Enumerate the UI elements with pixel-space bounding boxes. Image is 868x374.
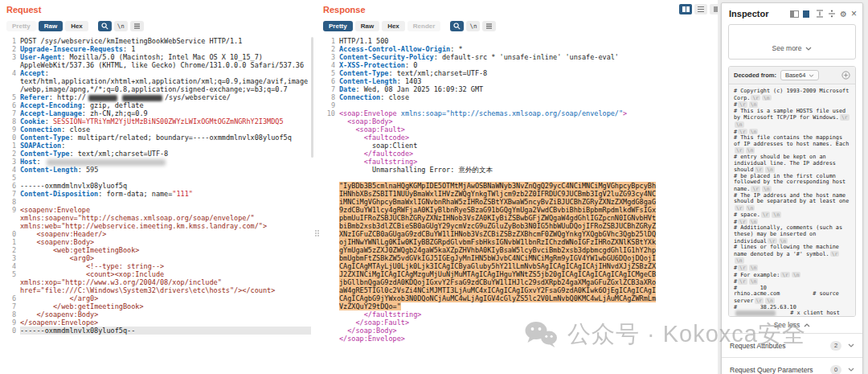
collapse-all-button[interactable] [816, 10, 824, 18]
tab-request-pretty[interactable]: Pretty [6, 21, 36, 31]
code-text: Upgrade-Insecure-Requests [20, 45, 123, 53]
request-scrollbar[interactable] [311, 37, 313, 158]
code-text: POST /sys/webservice/kmImeetingBookWebSe… [20, 37, 242, 45]
line-number [323, 174, 335, 310]
inspector-settings-button[interactable]: ⚙ [840, 10, 847, 18]
line-number: 8 [6, 198, 16, 206]
decoded-line: # Additionally, comments (such as these)… [734, 225, 850, 245]
line-number: 4 [6, 262, 16, 270]
code-line: 9</soapenv:Envelope> [6, 319, 315, 327]
section-request-attributes[interactable]: Request Attributes 2 [722, 333, 862, 357]
line-number: 7 [6, 109, 16, 117]
decoded-text[interactable]: # Copyright (c) 1993-2009 Microsoft Corp… [729, 84, 855, 316]
nonprintable-chip: \r [768, 238, 777, 245]
code-line: 9 [323, 101, 719, 109]
search-toggle-button[interactable] [450, 21, 464, 31]
code-text: # x client host [777, 310, 840, 316]
code-text: Content-Disposition [20, 190, 98, 198]
editor-settings-button[interactable] [482, 21, 496, 31]
line-number: 2 [6, 246, 16, 254]
count-badge: 0 [830, 365, 841, 374]
code-line: <soap:Body> [323, 117, 719, 125]
show-nonprintable-button[interactable]: \n [114, 21, 128, 31]
decoded-from-select[interactable]: Base64 [780, 70, 819, 80]
tab-request-hex[interactable]: Hex [65, 21, 88, 31]
tab-response-raw[interactable]: Raw [355, 21, 379, 31]
line-number [323, 327, 335, 335]
search-toggle-button[interactable] [98, 21, 112, 31]
code-line: <faultstring> [323, 158, 719, 166]
layout-rows-button[interactable] [694, 4, 707, 14]
nonprintable-chip: \r [780, 272, 790, 278]
code-line: 0------oxmmdmlnvlx08yluof5q-- [6, 327, 315, 335]
code-line: 5Content-Type: text/xml;charset=UTF-8 [323, 69, 719, 77]
line-number: 2 [323, 45, 335, 53]
code-text: : [61, 142, 65, 150]
nonprintable-chip: \n [746, 205, 755, 212]
decoded-line: # This is a sample HOSTS file used by Mi… [734, 109, 850, 129]
show-nonprintable-button[interactable]: \n [466, 21, 480, 31]
line-number: 9 [6, 125, 16, 134]
code-text: <soapenv:Header/> [20, 230, 106, 238]
line-number: 9 [6, 319, 16, 327]
code-line: 3 <arg0> [6, 254, 315, 262]
tab-response-render[interactable]: Render [407, 21, 441, 31]
dock-right-button[interactable] [803, 10, 812, 18]
code-line: 4Content-Length: 595 [6, 166, 315, 174]
line-number [323, 310, 335, 319]
code-text: </soap:Envelope> [339, 335, 405, 343]
code-text: User-Agent [20, 53, 61, 61]
expand-sections-button[interactable] [828, 10, 836, 18]
line-number: 1 [323, 37, 335, 45]
layout-columns-button[interactable] [679, 4, 692, 14]
inspector-close-button[interactable]: × [851, 10, 857, 18]
code-line: </soap:Fault> [323, 319, 719, 327]
line-number: 3 [6, 158, 16, 166]
code-text: xmlns:soap="http://schemas.xmlsoap.org/s… [401, 109, 623, 117]
code-text: <!--type: string--> [20, 262, 164, 270]
code-line: 5 [6, 174, 315, 182]
section-label: Request Attributes [730, 342, 830, 350]
code-line: 2Access-Control-Allow-Origin: * [323, 45, 719, 53]
code-text: Content-Length [20, 166, 78, 174]
nonprintable-chip: \n [765, 298, 775, 304]
code-text: Content-Type [20, 150, 69, 158]
nonprintable-chip: \r [755, 166, 764, 173]
tab-response-pretty[interactable]: Pretty [323, 21, 353, 31]
code-text: Content-Type [339, 69, 388, 77]
decoded-line: # entry should be kept on an individual … [734, 154, 850, 174]
line-number: 0 [6, 327, 16, 335]
see-more-button[interactable]: See more [772, 44, 813, 52]
dock-left-icon [790, 10, 799, 18]
tab-request-raw[interactable]: Raw [39, 21, 63, 31]
request-editor[interactable]: 1POST /sys/webservice/kmImeetingBookWebS… [6, 37, 315, 335]
see-less-button[interactable]: See less [774, 321, 811, 329]
line-number: 5 [6, 93, 16, 101]
panel-divider-grip[interactable] [315, 230, 320, 236]
editor-settings-button[interactable] [130, 21, 144, 31]
nonprintable-chip: \r [735, 205, 744, 212]
code-line: 0Content-Type: multipart/related; bounda… [6, 134, 315, 142]
see-more-label: See more [772, 44, 802, 52]
code-text: </soapenv:Body> [20, 310, 98, 319]
response-editor[interactable]: 1HTTP/1.1 5002Access-Control-Allow-Origi… [323, 37, 719, 343]
code-line: 8 </soapenv:Body> [6, 310, 315, 319]
code-text: <faultcode> [339, 134, 409, 142]
code-line: </faultcode> [323, 150, 719, 158]
code-text: ------oxmmdmlnvlx08yluof5q [20, 182, 127, 190]
tab-response-hex[interactable]: Hex [382, 21, 405, 31]
code-text: </web:getImeetingBook> [20, 302, 144, 310]
code-text: Referer [20, 93, 49, 101]
copy-value-icon[interactable] [841, 71, 850, 80]
line-number: 9 [323, 101, 335, 109]
section-request-query-parameters[interactable]: Request Query Parameters 0 [722, 357, 862, 374]
code-line: 7Accept-Language: zh-CN,zh;q=0.9 [6, 109, 315, 117]
dock-left-button[interactable] [790, 10, 799, 18]
decoded-from-value: Base64 [785, 72, 805, 79]
nonprintable-chip: \n [749, 265, 759, 271]
code-text: "111" [172, 190, 193, 198]
code-text: soap:Client [339, 142, 417, 150]
view-layout-buttons [679, 4, 723, 14]
line-number: 1 [6, 238, 16, 246]
nonprintable-chip: \r [830, 251, 840, 257]
